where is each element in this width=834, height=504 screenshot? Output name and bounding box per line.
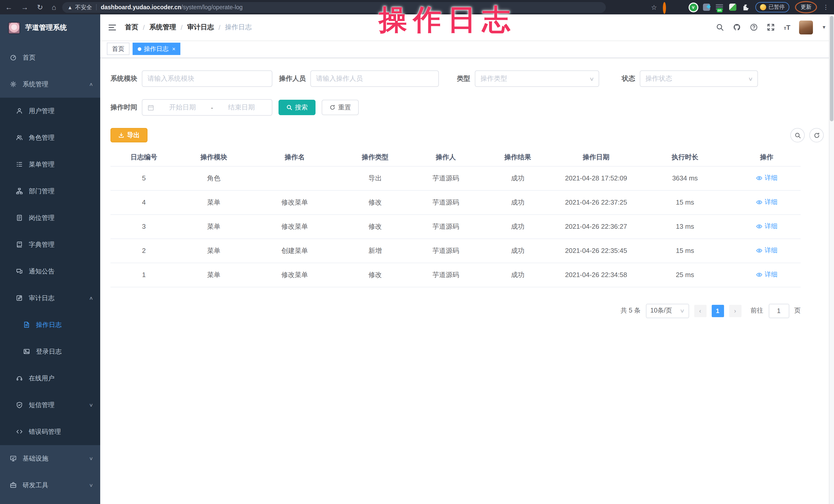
tab-首页[interactable]: 首页 <box>107 43 130 55</box>
sidebar-item-短信管理[interactable]: 短信管理∨ <box>0 392 100 418</box>
next-page-button[interactable]: › <box>729 305 741 317</box>
prev-page-button[interactable]: ‹ <box>694 305 706 317</box>
extension-orange-icon[interactable] <box>663 3 670 11</box>
browser-forward-icon[interactable]: → <box>21 4 28 11</box>
table-header-row: 日志编号操作模块操作名操作类型操作人操作结果操作日期执行时长操作 <box>110 149 800 166</box>
sidebar-item-研发工具[interactable]: 研发工具∨ <box>0 472 100 499</box>
bookmark-star-icon[interactable]: ☆ <box>651 3 657 11</box>
goto-page-input[interactable] <box>768 304 789 318</box>
page-size-select[interactable]: 10条/页 ∨ <box>646 304 689 318</box>
detail-link[interactable]: 详细 <box>756 198 777 206</box>
sidebar-item-用户管理[interactable]: 用户管理 <box>0 98 100 125</box>
browser-reload-icon[interactable]: ↻ <box>37 4 43 11</box>
page-unit: 页 <box>794 306 800 315</box>
chevron-up-icon: ∧ <box>89 295 93 301</box>
table-cell: 成功 <box>480 190 555 214</box>
sms-icon <box>16 401 23 409</box>
browser-back-icon[interactable]: ← <box>5 4 12 11</box>
column-header-操作模块: 操作模块 <box>177 149 250 166</box>
breadcrumb-item-首页[interactable]: 首页 <box>125 23 138 32</box>
sidebar-item-角色管理[interactable]: 角色管理 <box>0 125 100 151</box>
help-icon[interactable] <box>750 23 758 31</box>
scrollbar-thumb[interactable] <box>830 16 833 121</box>
module-input[interactable]: 请输入系统模块 <box>142 70 272 87</box>
date-range-input[interactable]: 开始日期 - 结束日期 <box>142 99 272 116</box>
app-logo-row[interactable]: 芋道管理系统 <box>0 15 100 41</box>
operator-input[interactable]: 请输入操作人员 <box>310 70 439 87</box>
sidebar-item-label: 首页 <box>23 53 36 62</box>
column-header-操作人: 操作人 <box>411 149 480 166</box>
extension-pin-icon[interactable] <box>676 3 684 11</box>
sidebar-item-首页[interactable]: 首页 <box>0 44 100 71</box>
chevron-down-icon: ∨ <box>89 402 93 408</box>
sidebar-item-岗位管理[interactable]: 岗位管理 <box>0 204 100 231</box>
detail-link[interactable]: 详细 <box>756 270 777 279</box>
browser-menu-icon[interactable]: ⋮ <box>823 4 829 11</box>
dictionary-icon <box>16 241 23 248</box>
refresh-button[interactable] <box>809 128 824 143</box>
sidebar-item-基础设施[interactable]: 基础设施∨ <box>0 445 100 472</box>
sidebar-item-通知公告[interactable]: 通知公告 <box>0 258 100 285</box>
detail-link[interactable]: 详细 <box>756 174 777 182</box>
start-date[interactable]: 开始日期 <box>157 103 208 112</box>
scrollbar[interactable] <box>829 15 834 504</box>
avatar[interactable] <box>799 20 813 34</box>
fullscreen-icon[interactable] <box>767 23 775 31</box>
sidebar-item-在线用户[interactable]: 在线用户 <box>0 365 100 392</box>
toggle-search-button[interactable] <box>790 128 805 143</box>
sidebar-item-部门管理[interactable]: 部门管理 <box>0 178 100 204</box>
status-select[interactable]: 操作状态 ∨ <box>640 70 758 87</box>
paused-extension-pill[interactable]: 已暂停 <box>755 2 789 12</box>
detail-link[interactable]: 详细 <box>756 222 777 231</box>
user-icon <box>16 107 23 115</box>
tab-操作日志[interactable]: 操作日志× <box>133 43 181 55</box>
sidebar-item-操作日志[interactable]: 操作日志 <box>0 311 100 338</box>
close-icon[interactable]: × <box>172 46 175 52</box>
table-cell <box>250 166 339 190</box>
breadcrumb-item-审计日志[interactable]: 审计日志 <box>187 23 214 32</box>
sidebar-item-label: 系统管理 <box>23 80 48 89</box>
search-button[interactable]: 搜索 <box>279 100 315 115</box>
chevron-down-icon[interactable]: ▼ <box>822 25 826 30</box>
table-cell: 修改菜单 <box>250 263 339 287</box>
sidebar-item-label: 短信管理 <box>29 401 54 410</box>
chevron-up-icon: ∧ <box>89 82 93 87</box>
sidebar-item-菜单管理[interactable]: 菜单管理 <box>0 151 100 178</box>
users-icon <box>16 134 23 141</box>
extensions-puzzle-icon[interactable] <box>742 3 749 11</box>
export-button[interactable]: 导出 <box>110 128 148 143</box>
font-size-icon[interactable]: тT <box>784 23 790 31</box>
detail-link[interactable]: 详细 <box>756 246 777 255</box>
sidebar-collapse-icon[interactable] <box>108 23 117 31</box>
reset-button[interactable]: 重置 <box>322 100 359 115</box>
end-date[interactable]: 结束日期 <box>216 103 267 112</box>
github-icon[interactable] <box>733 23 741 31</box>
infrastructure-icon <box>10 455 17 462</box>
breadcrumb-item-系统管理[interactable]: 系统管理 <box>149 23 176 32</box>
sidebar-item-label: 审计日志 <box>29 294 54 303</box>
sidebar-item-系统管理[interactable]: 系统管理∧ <box>0 71 100 98</box>
sidebar-item-字典管理[interactable]: 字典管理 <box>0 231 100 258</box>
address-bar[interactable]: ▲ 不安全 dashboard.yudao.iocoder.cn /system… <box>62 2 606 13</box>
browser-home-icon[interactable]: ⌂ <box>52 4 56 11</box>
app-title: 芋道管理系统 <box>25 23 67 32</box>
extension-v-icon[interactable]: v <box>689 3 697 11</box>
browser-update-button[interactable]: 更新 <box>795 1 817 13</box>
sidebar-item-审计日志[interactable]: 审计日志∧ <box>0 285 100 311</box>
column-header-日志编号: 日志编号 <box>110 149 177 166</box>
security-label[interactable]: 不安全 <box>75 3 92 11</box>
table-cell: 修改 <box>339 263 411 287</box>
current-page-button[interactable]: 1 <box>711 305 724 317</box>
extension-switch-icon[interactable]: on <box>716 3 723 11</box>
search-icon[interactable] <box>716 23 724 31</box>
table-cell-actions: 详细 <box>733 214 800 239</box>
sidebar-item-登录日志[interactable]: 登录日志 <box>0 338 100 365</box>
extension-gray-icon[interactable] <box>703 4 710 11</box>
goto-label: 前往 <box>750 306 763 315</box>
table-cell: 2021-04-26 22:36:27 <box>555 214 637 239</box>
extension-green-icon[interactable] <box>729 4 736 11</box>
sidebar-item-错误码管理[interactable]: 错误码管理 <box>0 418 100 445</box>
type-select[interactable]: 操作类型 ∨ <box>475 70 599 87</box>
url-path: /system/log/operate-log <box>181 4 243 10</box>
pagination: 共 5 条 10条/页 ∨ ‹ 1 › 前往 页 <box>110 304 800 318</box>
